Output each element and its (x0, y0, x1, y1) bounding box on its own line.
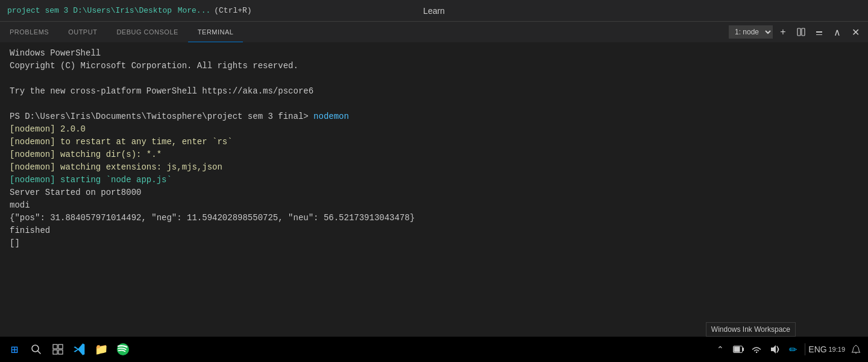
svg-rect-9 (58, 350, 63, 354)
svg-rect-2 (816, 31, 822, 33)
language-label[interactable]: ENG (810, 342, 825, 357)
svg-rect-0 (797, 28, 800, 36)
page-title: Learn (423, 6, 445, 16)
svg-rect-3 (816, 34, 822, 35)
search-taskbar-icon[interactable] (27, 340, 46, 359)
windows-ink-tooltip: Windows Ink Workspace (706, 322, 796, 337)
terminal-line: PS D:\Users\Iris\Documents\Twitosphere\p… (10, 110, 858, 123)
terminal-line (10, 98, 858, 110)
windows-icon[interactable]: ⊞ (5, 340, 24, 359)
terminal-actions: 1: node + ∧ ✕ (729, 22, 868, 42)
svg-rect-1 (802, 28, 805, 36)
vscode-taskbar-icon[interactable] (70, 340, 89, 359)
svg-rect-7 (58, 345, 63, 349)
notification-icon[interactable] (849, 342, 863, 357)
shortcut-label: (Ctrl+R) (214, 6, 251, 15)
terminal-line: [nodemon] watching dir(s): *.* (10, 148, 858, 161)
split-terminal-button[interactable] (793, 24, 809, 40)
tab-terminal[interactable]: TERMINAL (188, 22, 244, 42)
terminal-line: [] (10, 237, 858, 250)
volume-icon[interactable] (767, 342, 782, 357)
terminal-line: [nodemon] to restart at any time, enter … (10, 136, 858, 148)
svg-rect-12 (743, 348, 744, 351)
taskbar-right: ⌃ ✏ ENG 19:19 (708, 342, 868, 357)
more-link[interactable]: More... (178, 6, 211, 15)
taskbar-divider (805, 343, 805, 355)
explorer-taskbar-icon[interactable]: 📁 (92, 340, 111, 359)
close-panel-button[interactable]: ✕ (848, 24, 863, 40)
panel-tabs: PROBLEMS OUTPUT DEBUG CONSOLE TERMINAL 1… (0, 21, 868, 42)
terminal-line: Server Started on port8000 (10, 186, 858, 199)
kill-terminal-button[interactable] (811, 24, 827, 40)
wifi-icon[interactable] (749, 342, 764, 357)
svg-rect-8 (53, 350, 57, 354)
svg-line-5 (38, 351, 41, 354)
svg-rect-13 (734, 347, 740, 352)
maximize-panel-button[interactable]: ∧ (829, 24, 845, 40)
tab-output[interactable]: OUTPUT (58, 22, 107, 42)
terminal-line: [nodemon] starting `node app.js` (10, 174, 858, 186)
svg-point-10 (117, 343, 129, 355)
taskbar-time[interactable]: 19:19 (828, 345, 845, 354)
task-view-icon[interactable] (48, 340, 68, 359)
terminal-selector[interactable]: 1: node (729, 25, 773, 39)
taskbar-left: ⊞ 📁 (0, 340, 137, 359)
tab-problems[interactable]: PROBLEMS (0, 22, 58, 42)
terminal-line (10, 72, 858, 85)
chevron-up-icon[interactable]: ⌃ (713, 342, 728, 357)
terminal-line: Copyright (C) Microsoft Corporation. All… (10, 60, 858, 72)
terminal-line: [nodemon] watching extensions: js,mjs,js… (10, 161, 858, 174)
top-bar: project sem 3 D:\Users\Iris\Desktop More… (0, 0, 868, 21)
svg-rect-6 (53, 345, 57, 349)
battery-icon[interactable] (731, 342, 746, 357)
taskbar: ⊞ 📁 (0, 337, 868, 362)
svg-point-14 (756, 352, 757, 353)
terminal-output[interactable]: Windows PowerShell Copyright (C) Microso… (0, 42, 868, 337)
terminal-line: modi (10, 199, 858, 212)
terminal-line: {"pos": 31.884057971014492, "neg": 11.59… (10, 212, 858, 224)
terminal-line: Try the new cross-platform PowerShell ht… (10, 85, 858, 98)
terminal-line: Windows PowerShell (10, 47, 858, 60)
terminal-line: finished (10, 224, 858, 237)
tab-debug-console[interactable]: DEBUG CONSOLE (107, 22, 187, 42)
spotify-taskbar-icon[interactable] (113, 340, 133, 359)
terminal-line: [nodemon] 2.0.0 (10, 123, 858, 136)
breadcrumb-link[interactable]: project sem 3 D:\Users\Iris\Desktop (7, 6, 172, 15)
pen-icon[interactable]: ✏ (785, 342, 800, 357)
add-terminal-button[interactable]: + (775, 24, 791, 40)
